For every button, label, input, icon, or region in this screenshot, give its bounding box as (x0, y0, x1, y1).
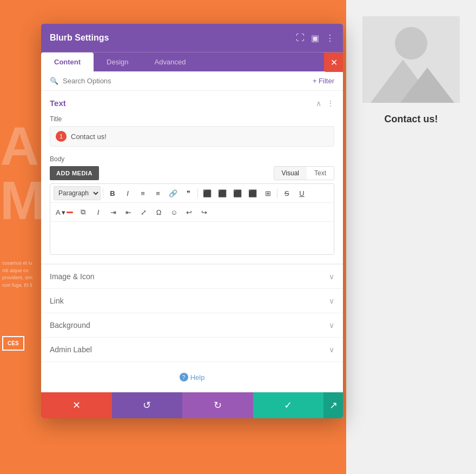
collapse-icon[interactable]: ∧ (316, 99, 321, 108)
editor-toolbar-top: ADD MEDIA Visual Text (50, 166, 334, 180)
body-label: Body (50, 155, 334, 163)
tab-design[interactable]: Design (94, 52, 141, 71)
fullscreen-icon[interactable]: ⛶ (296, 33, 305, 43)
modal-header-icons: ⛶ ▣ ⋮ (296, 33, 334, 43)
link-button[interactable]: 🔗 (166, 186, 180, 200)
align-justify-button[interactable]: ⬛ (246, 186, 260, 200)
modal-footer: ✕ ↺ ↻ ✓ ↗ (41, 392, 343, 418)
background-chevron: ∨ (329, 321, 334, 330)
paste-text-button[interactable]: ⧉ (76, 205, 90, 219)
more-icon[interactable]: ⋮ (326, 33, 334, 43)
align-left-button[interactable]: ⬛ (200, 186, 214, 200)
outdent-button[interactable]: ⇤ (122, 205, 136, 219)
visual-tab[interactable]: Visual (274, 167, 307, 180)
color-swatch (67, 212, 73, 213)
tab-content[interactable]: Content (41, 52, 94, 71)
fullscreen-editor-button[interactable]: ⤢ (137, 205, 151, 219)
image-icon-label: Image & Icon (50, 272, 95, 281)
image-icon-section[interactable]: Image & Icon ∨ (41, 264, 343, 288)
modal-close-button[interactable]: ✕ (324, 52, 343, 72)
bg-body-text: cusamus et iu niti atque co provident, s… (2, 260, 38, 289)
bg-letter-m: M (0, 173, 45, 227)
admin-label-chevron: ∨ (329, 345, 334, 354)
columns-icon[interactable]: ▣ (311, 33, 319, 43)
text-section-controls: ∧ ⋮ (316, 99, 334, 108)
preview-image (362, 16, 460, 103)
italic-2-button[interactable]: I (91, 205, 105, 219)
body-editor: Paragraph B I ≡ ≡ 🔗 ❞ ⬛ ⬛ ⬛ ⬛ (50, 183, 334, 255)
separator-2 (197, 188, 198, 198)
format-bar-2: A ▾ ⧉ I ⇥ ⇤ ⤢ Ω ☺ ↩ ↪ (50, 203, 334, 222)
background-section[interactable]: Background ∨ (41, 313, 343, 337)
link-label: Link (50, 297, 64, 305)
separator-3 (277, 188, 277, 198)
link-chevron: ∨ (329, 297, 334, 305)
italic-button[interactable]: I (121, 186, 135, 200)
special-chars-button[interactable]: Ω (152, 205, 166, 219)
help-link[interactable]: ? Help (52, 373, 332, 381)
paragraph-select[interactable]: Paragraph (54, 186, 101, 200)
table-button[interactable]: ⊞ (261, 186, 275, 200)
blurb-settings-modal: Blurb Settings ⛶ ▣ ⋮ Content Design Adva… (41, 24, 343, 418)
strikethrough-button[interactable]: S (280, 186, 294, 200)
preview-title: Contact us! (346, 114, 476, 125)
editor-content[interactable] (50, 222, 334, 254)
title-label: Title (50, 115, 334, 123)
emoji-button[interactable]: ☺ (167, 205, 181, 219)
preview-mountain-right (400, 68, 454, 103)
bg-button[interactable]: CES (8, 340, 19, 346)
save-button[interactable]: ✓ (253, 392, 324, 418)
cancel-button[interactable]: ✕ (41, 392, 112, 418)
modal-header: Blurb Settings ⛶ ▣ ⋮ (41, 24, 343, 52)
ordered-list-button[interactable]: ≡ (151, 186, 165, 200)
unordered-list-button[interactable]: ≡ (136, 186, 150, 200)
title-input-wrapper: 1 (50, 126, 334, 147)
text-section-header: Text ∧ ⋮ (41, 91, 343, 115)
filter-button[interactable]: + Filter (313, 77, 334, 85)
undo-button[interactable]: ↩ (182, 205, 196, 219)
title-input[interactable] (71, 133, 328, 141)
redo-footer-button[interactable]: ↻ (182, 392, 253, 418)
text-color-button[interactable]: A ▾ (54, 207, 75, 218)
help-label: Help (190, 373, 205, 381)
section-menu-icon[interactable]: ⋮ (327, 99, 334, 108)
align-right-button[interactable]: ⬛ (230, 186, 244, 200)
background-label: Background (50, 321, 90, 330)
preview-panel: Contact us! (346, 0, 476, 474)
redo-button[interactable]: ↪ (197, 205, 211, 219)
search-icon: 🔍 (50, 77, 58, 85)
help-icon: ? (180, 373, 188, 381)
bg-letter-a: A (0, 119, 45, 173)
help-section: ? Help (41, 361, 343, 392)
search-input[interactable] (63, 77, 308, 85)
text-tab[interactable]: Text (307, 167, 334, 180)
modal-body: Text ∧ ⋮ Title 1 Body ADD MEDIA (41, 91, 343, 392)
quote-button[interactable]: ❞ (181, 186, 195, 200)
link-section[interactable]: Link ∨ (41, 288, 343, 313)
underline-button[interactable]: U (295, 186, 309, 200)
admin-label-section[interactable]: Admin Label ∨ (41, 337, 343, 361)
text-section: Text ∧ ⋮ Title 1 Body ADD MEDIA (41, 91, 343, 264)
search-bar: 🔍 + Filter (41, 71, 343, 91)
reset-button[interactable]: ↺ (112, 392, 183, 418)
text-section-title: Text (50, 98, 66, 108)
image-icon-chevron: ∨ (329, 272, 334, 281)
modal-title: Blurb Settings (50, 33, 109, 43)
indent-button[interactable]: ⇥ (107, 205, 121, 219)
title-badge: 1 (56, 131, 67, 142)
add-media-button[interactable]: ADD MEDIA (50, 166, 99, 180)
visual-text-tabs: Visual Text (274, 166, 334, 180)
separator-1 (103, 188, 103, 198)
align-center-button[interactable]: ⬛ (215, 186, 229, 200)
modal-tabs: Content Design Advanced ✕ (41, 52, 343, 71)
extra-button[interactable]: ↗ (323, 392, 343, 418)
preview-circle (395, 27, 427, 60)
admin-label-text: Admin Label (50, 345, 92, 354)
bold-button[interactable]: B (105, 186, 120, 200)
format-bar-1: Paragraph B I ≡ ≡ 🔗 ❞ ⬛ ⬛ ⬛ ⬛ (50, 184, 334, 203)
tab-advanced[interactable]: Advanced (142, 52, 199, 71)
text-section-content: Title 1 Body ADD MEDIA Visual Text (41, 115, 343, 264)
